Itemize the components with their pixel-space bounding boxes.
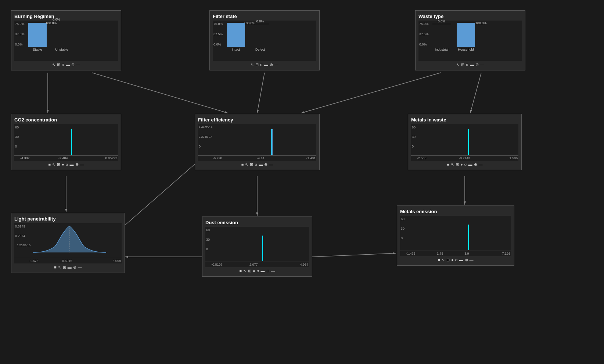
metals-in-waste-toolbar: ■↖ ⊞● σ▬ ⊕— (411, 162, 518, 167)
bar-label-unstable: Unstable (55, 48, 68, 51)
filter-state-title: Filter state (213, 14, 316, 19)
svg-line-5 (470, 73, 481, 113)
dust-emission-card: Dust emission 60 30 0 -0.8107 2.077 4.96… (202, 216, 312, 277)
burning-regimen-card: Burning Regimen 75.0% 37.5% 0.0% 100.0% … (11, 10, 121, 70)
filter-efficiency-toolbar: ■↖ ⊞σ ▬⊕ — (198, 162, 316, 167)
tool-grid[interactable]: ⊞ (57, 62, 60, 67)
waste-type-toolbar: ↖⊞ σ▬ ⊕— (418, 62, 522, 67)
svg-line-3 (257, 73, 265, 113)
tool-bar[interactable]: ▬ (66, 62, 70, 67)
burning-regimen-title: Burning Regimen (14, 14, 118, 19)
svg-line-8 (114, 158, 202, 235)
burning-regimen-toolbar: ↖ ⊞ σ ▬ ⊕ — (14, 62, 118, 67)
bar-label-stable: Stable (33, 48, 42, 51)
tool-arrow[interactable]: ↖ (52, 62, 55, 67)
tool-minus[interactable]: — (76, 62, 80, 67)
tool-sigma[interactable]: σ (62, 62, 64, 67)
filter-state-toolbar: ↖⊞ σ▬ ⊕— (213, 62, 316, 67)
metals-in-waste-title: Metals in waste (411, 117, 518, 123)
bar-label-household: Household (458, 48, 474, 51)
svg-line-4 (301, 73, 441, 113)
co2-toolbar: ■↖ ⊞● σ▬ ⊕— (14, 162, 118, 167)
metals-in-waste-card: Metals in waste 60 30 0 -2.508 -0.2143 1… (408, 114, 522, 170)
bar-label-industrial: Industrial (435, 48, 449, 51)
metals-emission-card: Metals emission 60 30 0 -1.476 1.75 3.9 … (397, 205, 514, 266)
filter-state-card: Filter state 75.0% 37.5% 0.0% 100.0% Int… (209, 10, 320, 70)
dust-emission-title: Dust emission (205, 220, 309, 225)
co2-concentration-title: CO2 concentration (14, 117, 118, 123)
metals-emission-toolbar: ■↖ ⊞● σ▬ ⊕— (400, 258, 511, 262)
waste-type-card: Waste type 75.0% 37.5% 0.0% 100.0% 0.0% … (415, 10, 525, 70)
dust-emission-toolbar: ■↖ ⊞● σ▬ ⊕— (205, 269, 309, 273)
bar-label-intact: Intact (232, 48, 240, 51)
bar-label-defect: Defect (255, 48, 265, 51)
svg-line-2 (92, 73, 228, 113)
light-penetrability-card: Light penetrability 0.5949 0.2974 1.559E… (11, 213, 125, 273)
co2-concentration-card: CO2 concentration 60 30 0 -4.387 -2.484 … (11, 114, 121, 170)
filter-efficiency-card: Filter efficiency 4.446E-14 2.223E-14 0 … (195, 114, 320, 170)
metals-emission-title: Metals emission (400, 209, 511, 214)
filter-efficiency-title: Filter efficiency (198, 117, 316, 123)
light-penetrability-title: Light penetrability (14, 216, 122, 222)
svg-line-11 (312, 253, 396, 257)
tool-search[interactable]: ⊕ (71, 62, 75, 67)
light-penetrability-toolbar: ■↖ ⊞▬ ⊕— (14, 265, 122, 270)
waste-type-title: Waste type (418, 14, 522, 19)
